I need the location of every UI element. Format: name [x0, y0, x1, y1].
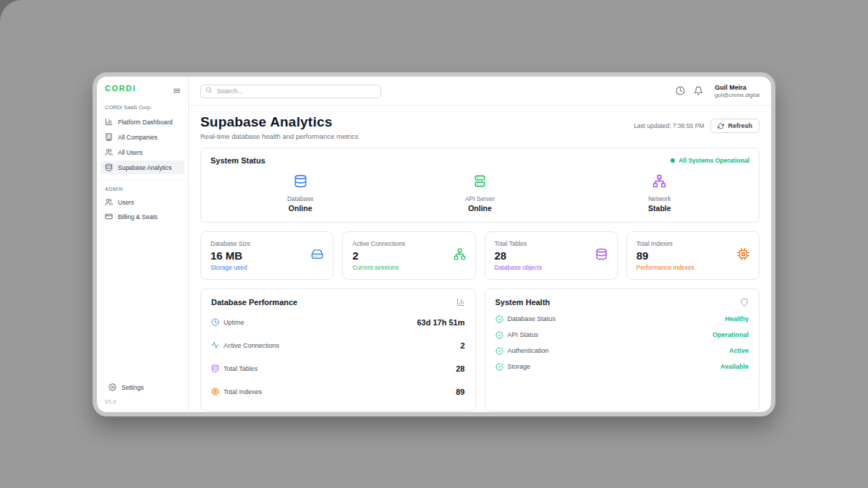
building-icon: [105, 133, 113, 141]
metric-sublabel: Storage used: [210, 264, 250, 271]
perf-row-value: 89: [456, 388, 464, 396]
sidebar-item-label: Users: [118, 199, 134, 206]
topbar: Guil Meira guil@creme.digital: [189, 77, 771, 106]
check-circle-icon: [495, 347, 503, 355]
metric-label: Active Connections: [352, 240, 405, 247]
status-item-database: Database Online: [287, 174, 313, 213]
user-profile[interactable]: Guil Meira guil@creme.digital: [715, 84, 760, 98]
perf-row-label: Total Tables: [224, 365, 258, 372]
org-label: CORDI SaaS Corp.: [97, 98, 188, 114]
app-logo: CORDI: [105, 84, 136, 93]
status-item-label: Database: [287, 195, 313, 202]
status-dot-icon: [671, 158, 675, 163]
search-icon: [205, 87, 212, 93]
sidebar-item-billing-seats[interactable]: Billing & Seats: [101, 210, 184, 223]
cpu-icon: [737, 248, 749, 263]
sidebar-item-settings[interactable]: Settings: [104, 380, 181, 394]
hamburger-menu-icon[interactable]: [173, 85, 181, 93]
health-row-label: Storage: [508, 363, 531, 370]
search-container: [200, 83, 381, 98]
clock-icon[interactable]: [676, 86, 685, 95]
perf-row-uptime: Uptime 63d 17h 51m: [211, 311, 465, 334]
search-input[interactable]: [200, 85, 381, 98]
server-icon: [473, 178, 487, 190]
metric-cards-row: Database Size 16 MB Storage used Active …: [200, 231, 760, 280]
health-row-label: API Status: [508, 331, 539, 338]
cpu-icon: [211, 385, 219, 398]
metric-sublabel: Database objects: [495, 264, 542, 271]
gear-icon: [109, 383, 116, 391]
user-email: guil@creme.digital: [715, 92, 760, 98]
metric-value: 89: [637, 249, 694, 262]
bar-chart-icon: [456, 298, 465, 307]
users-icon: [105, 148, 113, 156]
sidebar-item-all-companies[interactable]: All Companies: [101, 130, 184, 144]
metric-value: 28: [495, 249, 542, 262]
health-row-database-status: Database Status Healthy: [495, 311, 749, 327]
app-version: V1.0: [101, 395, 184, 405]
perf-row-label: Uptime: [224, 319, 244, 326]
database-icon: [105, 163, 113, 171]
network-icon: [454, 248, 466, 263]
sidebar-item-label: All Users: [118, 149, 142, 156]
perf-row-label: Total Indexes: [224, 388, 262, 395]
database-icon: [211, 362, 219, 375]
status-item-api-server: API Server Online: [465, 174, 495, 213]
metric-label: Total Indexes: [637, 240, 694, 247]
dashboard-content: System Status All Systems Operational Da…: [189, 147, 771, 412]
metric-sublabel: Performance indexes: [637, 264, 694, 271]
metric-card-total-indexes: Total Indexes 89 Performance indexes: [626, 231, 760, 280]
status-badge-label: All Systems Operational: [678, 157, 749, 164]
status-item-value: Online: [465, 204, 495, 213]
sidebar-item-users[interactable]: Users: [101, 195, 184, 209]
metric-label: Total Tables: [495, 240, 542, 247]
sidebar: CORDI CORDI SaaS Corp. Platform Dashboar…: [97, 77, 189, 412]
hard-drive-icon: [311, 248, 323, 263]
system-status-card: System Status All Systems Operational Da…: [200, 147, 760, 223]
status-item-value: Stable: [648, 204, 671, 213]
metric-value: 2: [352, 249, 405, 262]
status-item-label: Network: [648, 195, 671, 202]
sidebar-item-label: Billing & Seats: [118, 213, 158, 221]
sidebar-item-label: All Companies: [118, 134, 158, 141]
metric-value: 16 MB: [210, 249, 250, 262]
health-row-value: Active: [729, 347, 749, 354]
bell-icon[interactable]: [694, 86, 703, 95]
credit-card-icon: [105, 213, 113, 221]
sidebar-item-all-users[interactable]: All Users: [101, 145, 184, 159]
clock-icon: [211, 316, 219, 329]
health-row-authentication: Authentication Active: [495, 343, 749, 359]
app-window: CORDI CORDI SaaS Corp. Platform Dashboar…: [93, 72, 775, 416]
sidebar-item-label: Platform Dashboard: [118, 119, 173, 126]
page-header: Supabase Analytics Real-time database he…: [189, 106, 771, 147]
admin-section-label: ADMIN: [97, 181, 188, 194]
activity-icon: [211, 339, 219, 352]
network-icon: [652, 178, 666, 190]
performance-health-row: Database Performance Uptime 63d 17h 51m: [200, 288, 760, 411]
sidebar-item-platform-dashboard[interactable]: Platform Dashboard: [101, 115, 184, 129]
perf-row-value: 2: [460, 341, 464, 350]
page-subtitle: Real-time database health and performanc…: [200, 132, 359, 140]
perf-row-label: Active Connections: [224, 342, 279, 349]
health-row-value: Operational: [712, 331, 749, 338]
users-icon: [105, 198, 113, 206]
health-row-value: Available: [720, 363, 749, 370]
refresh-button[interactable]: Refresh: [710, 119, 760, 133]
system-health-card: System Health Database Status Healthy: [485, 288, 760, 411]
sidebar-item-supabase-analytics[interactable]: Supabase Analytics: [101, 160, 184, 174]
health-row-label: Authentication: [508, 347, 549, 354]
database-icon: [294, 178, 307, 190]
health-row-api-status: API Status Operational: [495, 327, 749, 343]
check-circle-icon: [495, 315, 503, 323]
last-updated-text: Last updated: 7:36:55 PM: [634, 122, 704, 129]
perf-row-active-connections: Active Connections 2: [211, 334, 465, 357]
perf-row-total-indexes: Total Indexes 89: [211, 380, 465, 403]
metric-card-active-connections: Active Connections 2 Current sessions: [342, 231, 475, 280]
health-row-storage: Storage Available: [495, 359, 749, 374]
status-badge: All Systems Operational: [671, 157, 749, 164]
health-title: System Health: [495, 298, 550, 307]
metric-card-database-size: Database Size 16 MB Storage used: [200, 231, 333, 280]
metric-sublabel: Current sessions: [352, 264, 405, 271]
bar-chart-icon: [105, 118, 113, 126]
health-row-label: Database Status: [508, 315, 556, 322]
